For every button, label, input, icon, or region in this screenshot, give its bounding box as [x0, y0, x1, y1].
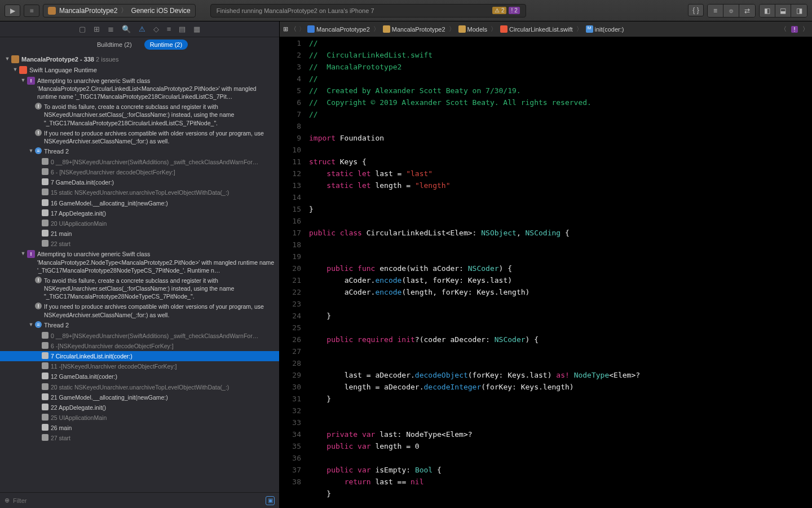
editor-pane: ⊞ 〈 〉 MancalaPrototype2 〉 MancalaPrototy… [280, 21, 812, 508]
stack-frame-row[interactable]: 0 __89+[NSKeyedUnarchiver(SwiftAdditions… [0, 331, 279, 341]
back-button[interactable]: 〈 [290, 25, 297, 33]
issue-navigator-icon[interactable]: ⚠ [139, 25, 145, 33]
framework-frame-icon [42, 383, 48, 390]
stack-frame-row[interactable]: 25 UIApplicationMain [0, 413, 279, 423]
stack-frame-row[interactable]: 7 CircularLinkedList.init(coder:) [0, 351, 279, 361]
assistant-editor-button[interactable]: ⌾ [723, 5, 739, 17]
test-icon[interactable]: ◇ [153, 25, 159, 33]
bottom-panel-toggle[interactable]: ⬓ [775, 5, 791, 17]
user-frame-icon [42, 199, 48, 206]
stack-frame-row[interactable]: 22 start [0, 239, 279, 249]
swift-file-icon [500, 25, 508, 33]
stack-frame-row[interactable]: 15 static NSKeyedUnarchiver.unarchiveTop… [0, 187, 279, 198]
framework-frame-icon [42, 158, 48, 165]
breakpoint-icon[interactable]: ▤ [179, 25, 186, 33]
version-editor-button[interactable]: ⇄ [739, 5, 755, 17]
navigator-selector: ▢ ⊞ ≣ 🔍 ⚠ ◇ ≡ ▤ ▦ [0, 21, 279, 37]
stack-frame-row[interactable]: 20 static NSKeyedUnarchiver.unarchiveTop… [0, 382, 279, 392]
issue-tabs: Buildtime (2) Runtime (2) [0, 37, 279, 52]
scope-button[interactable]: ▣ [266, 496, 275, 505]
stack-frame-row[interactable]: 7 GameData.init(coder:) [0, 177, 279, 187]
stop-button[interactable]: ■ [24, 5, 39, 17]
stack-frame-row[interactable]: 16 GameModel.__allocating_init(newGame:) [0, 198, 279, 208]
error-badge[interactable]: ! 2 [509, 7, 519, 14]
folder-icon[interactable]: ▢ [79, 25, 86, 33]
stack-frame-row[interactable]: 11 -[NSKeyedUnarchiver decodeObjectForKe… [0, 361, 279, 371]
framework-frame-icon [42, 168, 48, 175]
hint-row[interactable]: ! To avoid this failure, create a concre… [0, 102, 279, 128]
framework-frame-icon [42, 434, 48, 441]
warning-badge[interactable]: ⚠ 2 [492, 7, 507, 14]
issue-tree[interactable]: ▼ MancalaPrototype2 - 338 2 issues ▼ Swi… [0, 52, 279, 492]
stack-frame-row[interactable]: 12 GameData.init(coder:) [0, 371, 279, 382]
runtime-error-icon: ! [27, 77, 35, 85]
stack-frame-row[interactable]: 0 __89+[NSKeyedUnarchiver(SwiftAdditions… [0, 157, 279, 167]
debug-icon[interactable]: ≡ [167, 25, 171, 33]
toolbar: ▶ ■ MancalaPrototype2 〉 Generic iOS Devi… [0, 0, 812, 21]
framework-frame-icon [42, 414, 48, 421]
stack-frame-row[interactable]: 21 GameModel.__allocating_init(newGame:) [0, 392, 279, 402]
symbol-icon[interactable]: ≣ [108, 25, 114, 33]
forward-button[interactable]: 〉 [299, 25, 305, 33]
framework-frame-icon [42, 220, 48, 226]
stack-frame-row[interactable]: 22 AppDelegate.init() [0, 402, 279, 413]
project-icon [11, 55, 19, 63]
stack-frame-row[interactable]: 27 start [0, 433, 279, 443]
stack-frame-row[interactable]: 17 AppDelegate.init() [0, 208, 279, 218]
user-frame-icon [42, 209, 48, 216]
hint-row[interactable]: ! If you need to produce archives compat… [0, 301, 279, 319]
run-button[interactable]: ▶ [5, 5, 20, 17]
info-icon: ! [35, 277, 42, 283]
framework-frame-icon [42, 342, 48, 349]
code-editor[interactable]: 1234567891011121314151617181920212223242… [280, 37, 812, 508]
user-frame-icon [42, 230, 48, 237]
source-text[interactable]: //// CircularLinkedList.swift// MancalaP… [307, 37, 812, 508]
stack-frame-row[interactable]: 6 - [NSKeyedUnarchiver decodeObjectForKe… [0, 167, 279, 177]
app-icon [48, 7, 56, 15]
tab-buildtime[interactable]: Buildtime (2) [91, 40, 138, 50]
thread-icon: ≡ [35, 321, 42, 328]
navigator-sidebar: ▢ ⊞ ≣ 🔍 ⚠ ◇ ≡ ▤ ▦ Buildtime (2) Runtime … [0, 21, 280, 508]
stack-frame-row[interactable]: 21 main [0, 229, 279, 239]
framework-frame-icon [42, 332, 48, 339]
scheme-selector[interactable]: MancalaPrototype2 〉 Generic iOS Device [43, 4, 196, 17]
thread-row[interactable]: ▼ ≡ Thread 2 [0, 146, 279, 157]
editor-mode-segment: ≡ ⌾ ⇄ [707, 4, 756, 17]
stack-frame-row[interactable]: 6 -[NSKeyedUnarchiver decodeObjectForKey… [0, 341, 279, 351]
runtime-group-row[interactable]: ▼ Swift Language Runtime [0, 65, 279, 76]
hint-row[interactable]: ! If you need to produce archives compat… [0, 128, 279, 146]
tab-runtime[interactable]: Runtime (2) [144, 40, 188, 50]
issue-row[interactable]: ▼ ! Attempting to unarchive generic Swif… [0, 76, 279, 102]
thread-row[interactable]: ▼ ≡ Thread 2 [0, 320, 279, 331]
standard-editor-button[interactable]: ≡ [708, 5, 723, 17]
project-icon [307, 25, 315, 33]
source-control-icon[interactable]: ⊞ [94, 25, 100, 33]
next-issue-button[interactable]: 〉 [802, 25, 809, 33]
scheme-app: MancalaPrototype2 [59, 7, 117, 15]
code-snippet-button[interactable]: { } [688, 4, 704, 16]
stack-frame-row[interactable]: 20 UIApplicationMain [0, 218, 279, 229]
stack-frame-row[interactable]: 26 main [0, 423, 279, 433]
left-panel-toggle[interactable]: ◧ [760, 5, 775, 17]
framework-frame-icon [42, 240, 48, 247]
user-frame-icon [42, 373, 48, 379]
issue-indicator-icon[interactable]: ! [791, 26, 798, 33]
prev-issue-button[interactable]: 〈 [780, 25, 787, 33]
framework-frame-icon [42, 362, 48, 369]
report-icon[interactable]: ▦ [193, 25, 200, 33]
user-frame-icon [42, 393, 48, 400]
hint-row[interactable]: ! To avoid this failure, create a concre… [0, 275, 279, 302]
thread-icon: ≡ [35, 147, 42, 154]
issue-row[interactable]: ▼ ! Attempting to unarchive generic Swif… [0, 249, 279, 275]
right-panel-toggle[interactable]: ◨ [791, 5, 807, 17]
chevron-right-icon: 〉 [121, 6, 127, 15]
folder-icon [458, 25, 466, 33]
related-items-icon[interactable]: ⊞ [283, 25, 288, 33]
filter-input[interactable] [13, 497, 262, 504]
project-row[interactable]: ▼ MancalaPrototype2 - 338 2 issues [0, 54, 279, 65]
info-icon: ! [35, 303, 42, 309]
find-icon[interactable]: 🔍 [122, 25, 131, 33]
jump-bar[interactable]: ⊞ 〈 〉 MancalaPrototype2 〉 MancalaPrototy… [280, 21, 812, 37]
info-icon: ! [35, 103, 42, 110]
user-frame-icon [42, 352, 48, 359]
